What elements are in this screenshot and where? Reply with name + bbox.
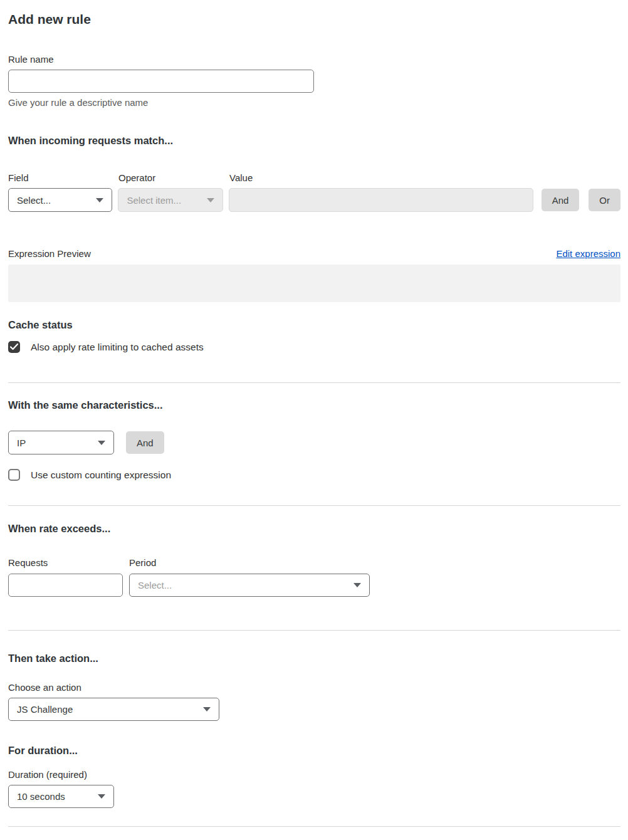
cache-status-checkbox-row: Also apply rate limiting to cached asset…	[8, 341, 620, 353]
operator-label: Operator	[118, 172, 229, 183]
action-select[interactable]: JS Challenge	[8, 698, 219, 721]
chevron-down-icon	[207, 198, 214, 202]
page-title: Add new rule	[8, 0, 620, 27]
characteristic-and-button[interactable]: And	[126, 431, 164, 454]
duration-label: Duration (required)	[8, 769, 620, 780]
expression-preview-label: Expression Preview	[8, 248, 91, 259]
cache-status-heading: Cache status	[8, 319, 620, 331]
characteristic-select[interactable]: IP	[8, 431, 114, 454]
custom-counting-checkbox[interactable]	[8, 469, 20, 481]
match-condition-row: Select... Select item... And Or	[8, 188, 620, 212]
rate-labels-row: Requests Period	[8, 557, 620, 568]
cached-assets-label: Also apply rate limiting to cached asset…	[31, 342, 204, 353]
section-divider	[8, 630, 620, 631]
rule-name-input[interactable]	[8, 70, 314, 93]
duration-select[interactable]: 10 seconds	[8, 785, 114, 808]
value-input	[229, 188, 533, 212]
period-label: Period	[129, 557, 156, 568]
expression-preview-header: Expression Preview Edit expression	[8, 248, 620, 259]
operator-select-value: Select item...	[127, 195, 181, 206]
field-select-value: Select...	[17, 195, 51, 206]
rate-heading: When rate exceeds...	[8, 523, 620, 535]
period-select-value: Select...	[138, 580, 172, 591]
rule-name-help: Give your rule a descriptive name	[8, 97, 620, 108]
custom-counting-label: Use custom counting expression	[31, 470, 171, 481]
chevron-down-icon	[203, 707, 211, 711]
footer-divider	[8, 826, 620, 827]
chevron-down-icon	[98, 441, 105, 445]
requests-input[interactable]	[8, 574, 123, 597]
characteristics-row: IP And	[8, 431, 620, 454]
match-section-heading: When incoming requests match...	[8, 135, 620, 147]
or-button[interactable]: Or	[589, 189, 620, 211]
cached-assets-checkbox[interactable]	[8, 341, 20, 353]
chevron-down-icon	[353, 583, 361, 587]
chevron-down-icon	[96, 198, 103, 202]
period-select[interactable]: Select...	[129, 574, 370, 597]
field-label: Field	[8, 172, 118, 183]
section-divider	[8, 505, 620, 506]
section-divider	[8, 382, 620, 383]
edit-expression-link[interactable]: Edit expression	[556, 248, 620, 259]
value-label: Value	[229, 172, 253, 183]
chevron-down-icon	[98, 794, 105, 799]
characteristic-select-value: IP	[17, 438, 26, 448]
duration-select-value: 10 seconds	[17, 791, 65, 802]
and-button[interactable]: And	[542, 189, 580, 211]
characteristics-heading: With the same characteristics...	[8, 399, 620, 411]
counting-expression-row: Use custom counting expression	[8, 469, 620, 481]
checkmark-icon	[10, 344, 18, 350]
field-select[interactable]: Select...	[8, 188, 112, 212]
operator-select: Select item...	[118, 188, 222, 212]
requests-label: Requests	[8, 557, 129, 568]
match-labels-row: Field Operator Value	[8, 172, 620, 183]
action-label: Choose an action	[8, 682, 620, 693]
rate-inputs-row: Select...	[8, 574, 620, 597]
action-heading: Then take action...	[8, 653, 620, 664]
action-select-value: JS Challenge	[17, 704, 73, 715]
add-rule-form: Add new rule Rule name Give your rule a …	[0, 0, 628, 840]
expression-preview-box	[8, 265, 620, 302]
duration-heading: For duration...	[8, 745, 620, 757]
rule-name-label: Rule name	[8, 54, 620, 65]
